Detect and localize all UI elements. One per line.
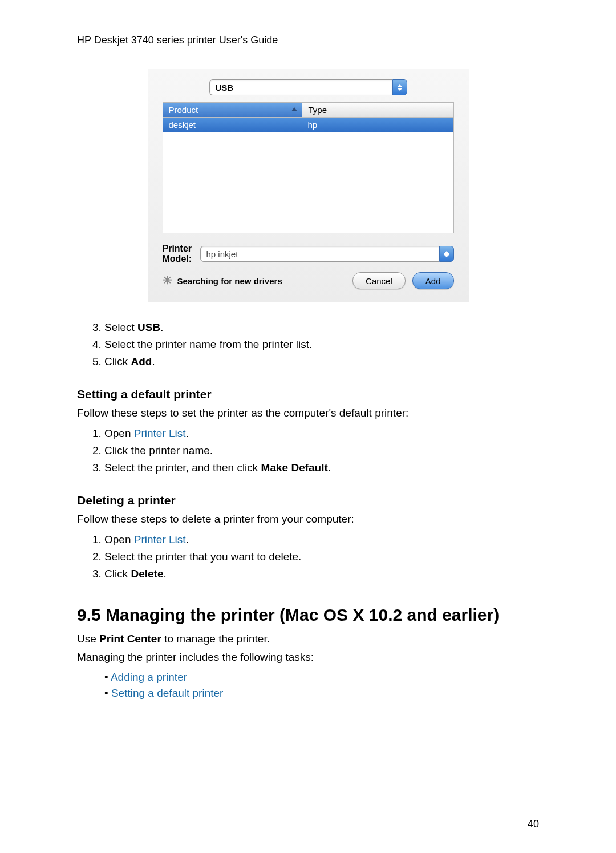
text: Select [104, 321, 137, 333]
table-row[interactable]: deskjet hp [163, 118, 453, 132]
printer-model-select[interactable]: hp inkjet [200, 246, 454, 262]
text-bold: Print Center [99, 633, 161, 645]
steps-list-usb: Select USB. Select the printer name from… [77, 319, 539, 370]
add-button[interactable]: Add [412, 272, 454, 289]
heading-9-5: 9.5 Managing the printer (Mac OS X 10.2 … [77, 605, 539, 625]
text: Open [104, 533, 134, 545]
list-item: Select the printer name from the printer… [104, 336, 539, 353]
text-bold: USB [137, 321, 160, 333]
page-number: 40 [528, 818, 539, 830]
list-item: Select USB. [104, 319, 539, 336]
column-type[interactable]: Type [302, 103, 453, 117]
printer-list[interactable]: Product Type deskjet hp [163, 102, 454, 233]
text: Select the printer, and then click [104, 462, 261, 474]
text: . [186, 533, 189, 545]
cancel-button[interactable]: Cancel [352, 272, 406, 289]
page-header: HP Deskjet 3740 series printer User's Gu… [77, 34, 539, 46]
status-area: Searching for new drivers [163, 276, 282, 286]
link-printer-list[interactable]: Printer List [134, 533, 186, 545]
chevron-updown-icon[interactable] [439, 246, 454, 262]
intro-deleting-printer: Follow these steps to delete a printer f… [77, 513, 539, 525]
text-9-5-line1: Use Print Center to manage the printer. [77, 633, 539, 645]
link-adding-printer[interactable]: Adding a printer [111, 671, 187, 683]
sort-ascending-icon [291, 107, 297, 111]
column-product-label: Product [169, 105, 198, 115]
printer-model-label: Printer Model: [163, 244, 194, 264]
link-printer-list[interactable]: Printer List [134, 427, 186, 439]
add-printer-dialog-container: USB Product Type deskjet [77, 69, 539, 302]
heading-deleting-printer: Deleting a printer [77, 494, 539, 507]
text: . [160, 321, 163, 333]
list-item: Open Printer List. [104, 425, 539, 442]
add-printer-dialog: USB Product Type deskjet [148, 69, 469, 302]
list-item: Open Printer List. [104, 531, 539, 548]
list-item: Click the printer name. [104, 442, 539, 459]
list-item: Adding a printer [104, 669, 539, 685]
connection-type-row: USB [163, 79, 454, 95]
text: Open [104, 427, 134, 439]
text: . [186, 427, 189, 439]
steps-list-delete: Open Printer List. Select the printer th… [77, 531, 539, 583]
link-setting-default-printer[interactable]: Setting a default printer [111, 687, 223, 699]
cell-product: deskjet [163, 118, 302, 132]
text-bold: Delete [131, 568, 163, 580]
status-text: Searching for new drivers [177, 276, 282, 286]
spinner-icon [163, 276, 173, 286]
intro-default-printer: Follow these steps to set the printer as… [77, 407, 539, 419]
bullet-list-9-5: Adding a printer Setting a default print… [77, 669, 539, 701]
list-item: Click Add. [104, 353, 539, 370]
text: to manage the printer. [161, 633, 270, 645]
text-9-5-line2: Managing the printer includes the follow… [77, 651, 539, 664]
steps-list-default: Open Printer List. Click the printer nam… [77, 425, 539, 476]
text: Click [104, 355, 131, 367]
printer-model-value: hp inkjet [200, 246, 439, 262]
chevron-updown-icon[interactable] [392, 79, 407, 95]
dialog-bottom-row: Searching for new drivers Cancel Add [163, 272, 454, 289]
connection-type-select[interactable]: USB [209, 79, 407, 95]
list-item: Select the printer that you want to dele… [104, 548, 539, 565]
printer-model-row: Printer Model: hp inkjet [163, 244, 454, 264]
list-item: Setting a default printer [104, 685, 539, 701]
list-item: Select the printer, and then click Make … [104, 459, 539, 476]
text: . [328, 462, 331, 474]
heading-default-printer: Setting a default printer [77, 387, 539, 401]
text: Use [77, 633, 99, 645]
text: . [152, 355, 155, 367]
text-bold: Add [131, 355, 152, 367]
connection-type-value: USB [209, 79, 392, 95]
column-product[interactable]: Product [163, 103, 303, 117]
cell-type: hp [302, 118, 453, 132]
list-item: Click Delete. [104, 565, 539, 583]
text: Click [104, 568, 131, 580]
dialog-button-row: Cancel Add [352, 272, 453, 289]
text: . [163, 568, 166, 580]
printer-list-header: Product Type [163, 103, 453, 118]
text-bold: Make Default [261, 462, 328, 474]
